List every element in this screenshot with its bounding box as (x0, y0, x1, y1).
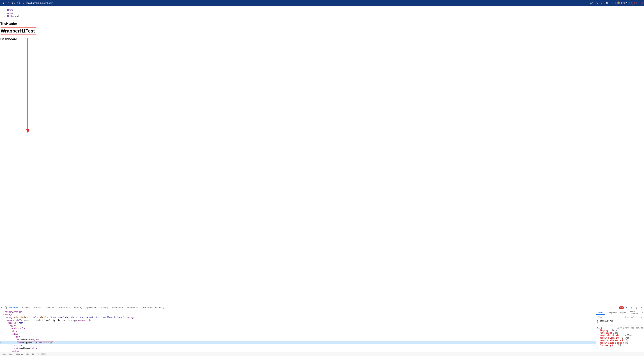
nav-item-dashboard: Dashboard (7, 15, 644, 17)
device-toggle-icon[interactable] (4, 306, 7, 309)
styles-filter-input[interactable] (597, 316, 622, 318)
translate-icon[interactable]: əĀ (590, 1, 593, 4)
extensions-icon[interactable] (605, 1, 608, 4)
hov-toggle[interactable]: :hov (624, 316, 629, 318)
heading-wrapperh1test: WrapperH1Test (1, 28, 35, 34)
nav-link-dashboard[interactable]: Dashboard (7, 15, 19, 17)
annotation-arrow (25, 38, 30, 135)
page-viewport: Home About Dashboard TheHeader WrapperH1… (0, 6, 644, 305)
crumb-div3[interactable]: div (36, 353, 41, 355)
sidepanel-icon[interactable] (610, 1, 614, 4)
crumb-div2[interactable]: div (30, 353, 36, 355)
site-info-icon[interactable]: ⓘ (23, 1, 25, 4)
heading-dashboard: Dashboard (0, 37, 644, 41)
tab-memory[interactable]: Memory (72, 305, 84, 310)
styles-more-icon[interactable]: » (641, 312, 644, 314)
url-text: localhost:3000/dashboard (26, 1, 53, 4)
dom-breadcrumb: html body div#root div div div h1 (0, 352, 644, 356)
styles-tab-layout[interactable]: Layout (618, 310, 628, 315)
new-rule-icon[interactable]: + (637, 316, 639, 318)
devtools-panel: Elements Console Sources Network Perform… (0, 305, 644, 352)
styles-rules[interactable]: element.style { } h1 {user agent stylesh… (596, 319, 644, 352)
crumb-root[interactable]: div#root (15, 353, 25, 355)
svg-rect-0 (611, 2, 613, 4)
back-button[interactable] (2, 1, 5, 5)
crumb-div1[interactable]: div (25, 353, 30, 355)
address-bar[interactable]: ⓘ localhost:3000/dashboard (22, 1, 589, 4)
styles-filter-row: :hov .cls + ⫠ ▣ (596, 315, 644, 319)
styles-tabbar: Styles Computed Layout Event Listeners » (596, 310, 644, 315)
home-button[interactable] (16, 1, 20, 5)
issue-count-badge[interactable]: ▰ 1 (626, 307, 628, 309)
avatar-icon: 宋 (617, 1, 620, 4)
bookmark-icon[interactable]: ☆ (600, 1, 604, 4)
profile-paused-badge[interactable]: 宋 已暂停 (615, 1, 630, 5)
more-icon[interactable]: ⋮ (635, 307, 638, 309)
elements-tree[interactable]: <head>…</head> <body> <svg aria-hidden="… (0, 310, 596, 352)
tab-network[interactable]: Network (44, 305, 56, 310)
devtools-tabbar: Elements Console Sources Network Perform… (0, 305, 644, 310)
nav-link-about[interactable]: About (7, 12, 13, 14)
cls-toggle[interactable]: .cls (630, 316, 636, 318)
styles-panel: Styles Computed Layout Event Listeners »… (596, 310, 644, 352)
tab-sources[interactable]: Sources (32, 305, 44, 310)
update-badge[interactable]: 更新 ⋮ (632, 1, 642, 5)
reload-button[interactable] (12, 1, 15, 5)
settings-icon[interactable]: ⚙ (630, 307, 633, 309)
selected-dom-node[interactable]: ⋯ <h1>WrapperH1Test</h1> == $0 (0, 341, 596, 345)
share-icon[interactable] (595, 1, 598, 4)
paused-label: 已暂停 (621, 1, 628, 4)
tab-lighthouse[interactable]: Lighthouse (110, 305, 124, 310)
crumb-body[interactable]: body (8, 353, 15, 355)
inspect-icon[interactable] (1, 306, 4, 309)
tab-elements[interactable]: Elements (8, 305, 20, 310)
divider (0, 19, 644, 19)
styles-tab-eventlisteners[interactable]: Event Listeners (628, 310, 641, 315)
computed-toggle-icon[interactable]: ⫠ (640, 316, 644, 318)
tab-security[interactable]: Security (99, 305, 110, 310)
crumb-h1[interactable]: h1 (41, 353, 46, 355)
browser-toolbar: ⓘ localhost:3000/dashboard əĀ ☆ 宋 已暂停 更新… (0, 0, 644, 6)
nav-item-about: About (7, 12, 644, 14)
inspected-element-highlight: WrapperH1Test (0, 27, 37, 34)
tab-application[interactable]: Application (84, 305, 98, 310)
nav-item-home: Home (7, 9, 644, 11)
tab-console[interactable]: Console (20, 305, 32, 310)
tab-performance-insights[interactable]: Performance insights ⬙ (140, 305, 166, 310)
styles-tab-styles[interactable]: Styles (596, 310, 605, 315)
styles-tab-computed[interactable]: Computed (605, 310, 618, 315)
forward-button[interactable] (6, 1, 10, 5)
nav-list: Home About Dashboard (0, 9, 644, 17)
svg-marker-3 (26, 129, 30, 133)
heading-theheader: TheHeader (0, 22, 644, 26)
close-devtools-icon[interactable]: ✕ (640, 307, 643, 309)
tab-performance[interactable]: Performance (56, 305, 72, 310)
tab-recorder[interactable]: Recorder ⬙ (125, 305, 140, 310)
nav-link-home[interactable]: Home (7, 9, 14, 11)
svg-rect-5 (5, 307, 6, 309)
toolbar-right: əĀ ☆ 宋 已暂停 更新 ⋮ (590, 1, 642, 5)
crumb-html[interactable]: html (1, 353, 8, 355)
error-count-badge[interactable]: ⊗ 1 (619, 307, 624, 309)
